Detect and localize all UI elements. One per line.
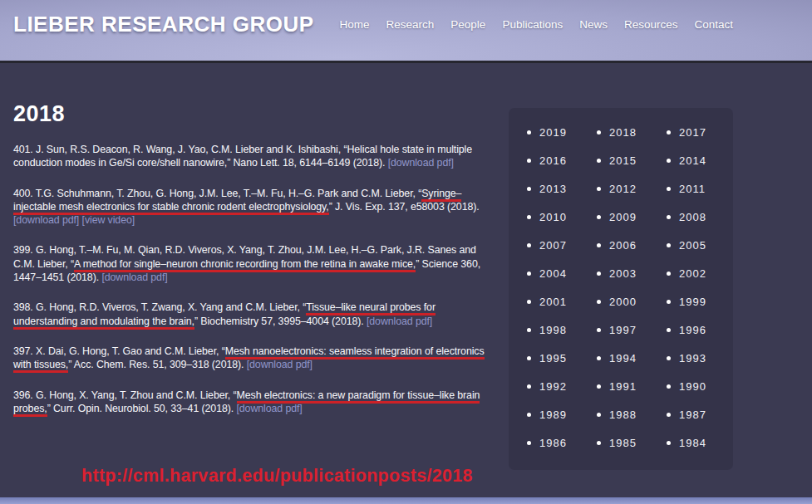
- bullet-icon: [527, 441, 531, 445]
- year-link-1994[interactable]: 1994: [597, 352, 667, 365]
- year-link-2018[interactable]: 2018: [597, 126, 667, 139]
- bullet-icon: [667, 130, 671, 135]
- bullet-icon: [527, 300, 531, 304]
- nav-item-publications[interactable]: Publications: [502, 18, 563, 31]
- year-link-1987[interactable]: 1987: [667, 409, 736, 421]
- publication-item: 396. G. Hong, X. Yang, T. Zhou and C.M. …: [13, 389, 499, 416]
- bullet-icon: [597, 356, 601, 360]
- bullet-icon: [667, 187, 671, 191]
- year-label: 1995: [539, 352, 567, 365]
- year-label: 1991: [609, 380, 637, 393]
- year-link-1985[interactable]: 1985: [597, 437, 667, 449]
- year-label: 2013: [539, 183, 567, 195]
- bullet-icon: [527, 356, 531, 360]
- year-label: 1998: [539, 324, 567, 336]
- bullet-icon: [597, 159, 601, 163]
- year-label: 2003: [609, 267, 637, 280]
- bullet-icon: [597, 272, 601, 276]
- year-link-2003[interactable]: 2003: [597, 267, 667, 280]
- year-link-2015[interactable]: 2015: [597, 154, 667, 167]
- year-link-1992[interactable]: 1992: [527, 380, 597, 393]
- nav-item-people[interactable]: People: [450, 18, 485, 31]
- year-label: 1999: [679, 296, 706, 308]
- year-label: 1993: [679, 352, 706, 365]
- bullet-icon: [667, 215, 671, 219]
- nav-item-contact[interactable]: Contact: [694, 18, 733, 31]
- year-label: 1987: [679, 409, 706, 421]
- download-pdf-link[interactable]: [download pdf]: [101, 272, 167, 283]
- download-pdf-link[interactable]: [download pdf]: [367, 316, 432, 327]
- nav-item-news[interactable]: News: [579, 18, 608, 31]
- year-link-2001[interactable]: 2001: [527, 296, 597, 308]
- year-link-2004[interactable]: 2004: [527, 267, 597, 280]
- year-link-1988[interactable]: 1988: [597, 409, 667, 421]
- year-link-2006[interactable]: 2006: [597, 239, 667, 252]
- year-link-1999[interactable]: 1999: [667, 296, 736, 308]
- bullet-icon: [527, 384, 531, 389]
- bullet-icon: [527, 328, 531, 332]
- bullet-icon: [597, 215, 601, 219]
- year-label: 2008: [679, 211, 706, 223]
- year-link-1998[interactable]: 1998: [527, 324, 597, 336]
- publication-item: 399. G. Hong, T.–M. Fu, M. Qian, R.D. Vi…: [13, 243, 499, 284]
- download-pdf-link[interactable]: [download pdf]: [236, 403, 302, 414]
- bullet-icon: [667, 356, 671, 360]
- bullet-icon: [597, 187, 601, 191]
- bullet-icon: [597, 130, 601, 135]
- year-link-2000[interactable]: 2000: [597, 296, 667, 308]
- year-link-2005[interactable]: 2005: [667, 239, 736, 252]
- year-label: 2002: [679, 267, 706, 280]
- year-link-1991[interactable]: 1991: [597, 380, 667, 393]
- year-link-2014[interactable]: 2014: [667, 154, 736, 167]
- year-link-2010[interactable]: 2010: [527, 211, 597, 223]
- bullet-icon: [527, 130, 531, 135]
- year-link-1995[interactable]: 1995: [527, 352, 597, 365]
- site-logo[interactable]: LIEBER RESEARCH GROUP: [13, 12, 314, 37]
- year-label: 1988: [609, 409, 637, 421]
- year-label: 2004: [539, 267, 567, 280]
- bullet-icon: [667, 272, 671, 276]
- nav-item-research[interactable]: Research: [386, 18, 435, 31]
- nav-item-home[interactable]: Home: [340, 18, 370, 31]
- bullet-icon: [527, 187, 531, 191]
- download-pdf-link[interactable]: [download pdf]: [247, 359, 312, 370]
- year-link-2013[interactable]: 2013: [527, 183, 597, 195]
- year-link-2002[interactable]: 2002: [667, 267, 736, 280]
- year-link-2017[interactable]: 2017: [667, 126, 736, 139]
- year-link-1993[interactable]: 1993: [667, 352, 736, 365]
- year-link-2007[interactable]: 2007: [527, 239, 597, 252]
- year-label: 2000: [609, 296, 637, 308]
- year-label: 1985: [609, 437, 637, 449]
- download-pdf-link[interactable]: [download pdf]: [13, 214, 79, 226]
- year-link-2012[interactable]: 2012: [597, 183, 667, 195]
- download-pdf-link[interactable]: [download pdf]: [388, 157, 454, 169]
- year-label: 1992: [539, 380, 567, 393]
- year-link-1996[interactable]: 1996: [667, 324, 736, 336]
- year-link-1997[interactable]: 1997: [597, 324, 667, 336]
- year-link-2016[interactable]: 2016: [527, 154, 597, 167]
- bullet-icon: [597, 300, 601, 304]
- year-label: 2014: [679, 154, 706, 167]
- bullet-icon: [667, 384, 671, 389]
- year-link-1986[interactable]: 1986: [527, 437, 597, 449]
- year-link-2019[interactable]: 2019: [527, 126, 597, 139]
- pub-citation: 399. G. Hong, T.–M. Fu, M. Qian, R.D. Vi…: [13, 244, 480, 283]
- publication-item: 401. J. Sun, R.S. Deacon, R. Wang, J. Ya…: [13, 143, 499, 170]
- view-video-link[interactable]: [view video]: [82, 214, 135, 226]
- site-header: LIEBER RESEARCH GROUP HomeResearchPeople…: [0, 0, 812, 63]
- bullet-icon: [527, 243, 531, 247]
- year-link-2008[interactable]: 2008: [667, 211, 736, 223]
- year-link-1984[interactable]: 1984: [667, 437, 736, 449]
- year-link-1990[interactable]: 1990: [667, 380, 736, 393]
- year-label: 2007: [539, 239, 567, 252]
- publication-list: 401. J. Sun, R.S. Deacon, R. Wang, J. Ya…: [13, 143, 499, 432]
- publication-item: 398. G. Hong, R.D. Viveros, T. Zwang, X.…: [13, 301, 499, 328]
- year-link-2009[interactable]: 2009: [597, 211, 667, 223]
- year-link-2011[interactable]: 2011: [667, 183, 736, 195]
- bullet-icon: [667, 159, 671, 163]
- page-title: 2018: [13, 101, 65, 127]
- nav-item-resources[interactable]: Resources: [624, 18, 678, 31]
- year-link-1989[interactable]: 1989: [527, 409, 597, 421]
- year-label: 2001: [539, 296, 567, 308]
- bullet-icon: [667, 441, 671, 445]
